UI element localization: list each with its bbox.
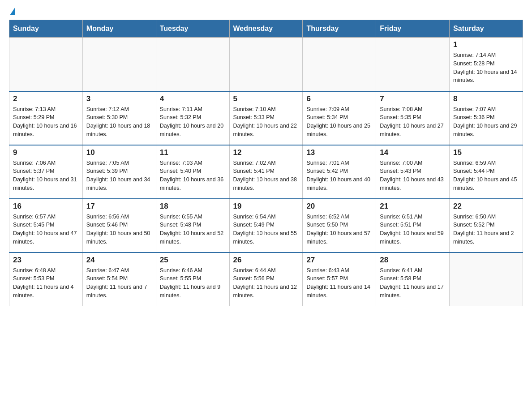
- calendar-cell: 16Sunrise: 6:57 AM Sunset: 5:45 PM Dayli…: [9, 199, 83, 253]
- calendar-table: SundayMondayTuesdayWednesdayThursdayFrid…: [9, 20, 523, 306]
- week-row-4: 16Sunrise: 6:57 AM Sunset: 5:45 PM Dayli…: [9, 199, 523, 253]
- weekday-header-monday: Monday: [82, 20, 156, 38]
- day-info: Sunrise: 7:02 AM Sunset: 5:41 PM Dayligh…: [233, 159, 299, 193]
- day-number: 9: [13, 148, 79, 157]
- calendar-cell: 5Sunrise: 7:10 AM Sunset: 5:33 PM Daylig…: [229, 91, 303, 145]
- day-info: Sunrise: 6:47 AM Sunset: 5:54 PM Dayligh…: [86, 266, 152, 300]
- day-info: Sunrise: 6:51 AM Sunset: 5:51 PM Dayligh…: [380, 213, 446, 246]
- calendar-cell: 25Sunrise: 6:46 AM Sunset: 5:55 PM Dayli…: [156, 253, 229, 306]
- day-info: Sunrise: 7:08 AM Sunset: 5:35 PM Dayligh…: [380, 105, 446, 139]
- day-info: Sunrise: 7:10 AM Sunset: 5:33 PM Dayligh…: [233, 105, 299, 139]
- calendar-cell: 8Sunrise: 7:07 AM Sunset: 5:36 PM Daylig…: [450, 91, 523, 145]
- weekday-header-sunday: Sunday: [9, 20, 83, 38]
- week-row-3: 9Sunrise: 7:06 AM Sunset: 5:37 PM Daylig…: [9, 145, 523, 199]
- calendar-cell: [450, 253, 523, 306]
- day-info: Sunrise: 7:06 AM Sunset: 5:37 PM Dayligh…: [13, 159, 79, 193]
- day-info: Sunrise: 6:57 AM Sunset: 5:45 PM Dayligh…: [13, 213, 79, 246]
- weekday-header-saturday: Saturday: [450, 20, 523, 38]
- day-info: Sunrise: 7:03 AM Sunset: 5:40 PM Dayligh…: [160, 159, 226, 193]
- day-number: 8: [453, 94, 519, 103]
- day-info: Sunrise: 6:52 AM Sunset: 5:50 PM Dayligh…: [306, 213, 372, 246]
- calendar-cell: 3Sunrise: 7:12 AM Sunset: 5:30 PM Daylig…: [82, 91, 156, 145]
- calendar-cell: 21Sunrise: 6:51 AM Sunset: 5:51 PM Dayli…: [376, 199, 450, 253]
- day-number: 20: [306, 202, 372, 211]
- logo-triangle-icon: [10, 7, 15, 15]
- day-info: Sunrise: 6:54 AM Sunset: 5:49 PM Dayligh…: [233, 213, 299, 246]
- calendar-cell: 7Sunrise: 7:08 AM Sunset: 5:35 PM Daylig…: [376, 91, 450, 145]
- calendar-cell: 10Sunrise: 7:05 AM Sunset: 5:39 PM Dayli…: [82, 145, 156, 199]
- day-number: 28: [380, 256, 446, 265]
- calendar-cell: 2Sunrise: 7:13 AM Sunset: 5:29 PM Daylig…: [9, 91, 83, 145]
- week-row-2: 2Sunrise: 7:13 AM Sunset: 5:29 PM Daylig…: [9, 91, 523, 145]
- day-number: 7: [380, 94, 446, 103]
- calendar-cell: 26Sunrise: 6:44 AM Sunset: 5:56 PM Dayli…: [229, 253, 303, 306]
- day-number: 23: [13, 256, 79, 265]
- day-info: Sunrise: 6:41 AM Sunset: 5:58 PM Dayligh…: [380, 266, 446, 300]
- calendar-cell: 4Sunrise: 7:11 AM Sunset: 5:32 PM Daylig…: [156, 91, 229, 145]
- day-number: 19: [233, 202, 299, 211]
- weekday-header-wednesday: Wednesday: [229, 20, 303, 38]
- day-number: 5: [233, 94, 299, 103]
- day-number: 15: [453, 148, 519, 157]
- calendar-cell: 20Sunrise: 6:52 AM Sunset: 5:50 PM Dayli…: [303, 199, 376, 253]
- day-info: Sunrise: 6:44 AM Sunset: 5:56 PM Dayligh…: [233, 266, 299, 300]
- day-info: Sunrise: 7:09 AM Sunset: 5:34 PM Dayligh…: [306, 105, 372, 139]
- day-number: 22: [453, 202, 519, 211]
- day-info: Sunrise: 7:05 AM Sunset: 5:39 PM Dayligh…: [86, 159, 152, 193]
- calendar-cell: 27Sunrise: 6:43 AM Sunset: 5:57 PM Dayli…: [303, 253, 376, 306]
- day-info: Sunrise: 7:14 AM Sunset: 5:28 PM Dayligh…: [453, 51, 519, 85]
- day-number: 14: [380, 148, 446, 157]
- calendar-cell: [229, 38, 303, 91]
- day-number: 10: [86, 148, 152, 157]
- week-row-1: 1Sunrise: 7:14 AM Sunset: 5:28 PM Daylig…: [9, 38, 523, 91]
- day-number: 25: [160, 256, 226, 265]
- calendar-cell: [82, 38, 156, 91]
- day-info: Sunrise: 7:07 AM Sunset: 5:36 PM Dayligh…: [453, 105, 519, 139]
- day-info: Sunrise: 7:12 AM Sunset: 5:30 PM Dayligh…: [86, 105, 152, 139]
- day-info: Sunrise: 6:55 AM Sunset: 5:48 PM Dayligh…: [160, 213, 226, 246]
- week-row-5: 23Sunrise: 6:48 AM Sunset: 5:53 PM Dayli…: [9, 253, 523, 306]
- day-number: 17: [86, 202, 152, 211]
- day-info: Sunrise: 6:59 AM Sunset: 5:44 PM Dayligh…: [453, 159, 519, 193]
- calendar-cell: 18Sunrise: 6:55 AM Sunset: 5:48 PM Dayli…: [156, 199, 229, 253]
- day-number: 2: [13, 94, 79, 103]
- logo: [9, 9, 15, 15]
- day-number: 27: [306, 256, 372, 265]
- day-number: 6: [306, 94, 372, 103]
- day-number: 12: [233, 148, 299, 157]
- calendar-header-row: SundayMondayTuesdayWednesdayThursdayFrid…: [9, 20, 523, 38]
- day-number: 1: [453, 40, 519, 49]
- day-info: Sunrise: 6:43 AM Sunset: 5:57 PM Dayligh…: [306, 266, 372, 300]
- day-info: Sunrise: 6:46 AM Sunset: 5:55 PM Dayligh…: [160, 266, 226, 300]
- calendar-cell: 1Sunrise: 7:14 AM Sunset: 5:28 PM Daylig…: [450, 38, 523, 91]
- calendar-cell: 28Sunrise: 6:41 AM Sunset: 5:58 PM Dayli…: [376, 253, 450, 306]
- day-number: 16: [13, 202, 79, 211]
- day-info: Sunrise: 7:01 AM Sunset: 5:42 PM Dayligh…: [306, 159, 372, 193]
- weekday-header-thursday: Thursday: [303, 20, 376, 38]
- calendar-cell: 13Sunrise: 7:01 AM Sunset: 5:42 PM Dayli…: [303, 145, 376, 199]
- day-number: 24: [86, 256, 152, 265]
- calendar-cell: 24Sunrise: 6:47 AM Sunset: 5:54 PM Dayli…: [82, 253, 156, 306]
- weekday-header-tuesday: Tuesday: [156, 20, 229, 38]
- day-number: 4: [160, 94, 226, 103]
- calendar-cell: [9, 38, 83, 91]
- calendar-cell: [156, 38, 229, 91]
- calendar-cell: 9Sunrise: 7:06 AM Sunset: 5:37 PM Daylig…: [9, 145, 83, 199]
- day-number: 21: [380, 202, 446, 211]
- calendar-cell: [376, 38, 450, 91]
- day-info: Sunrise: 6:56 AM Sunset: 5:46 PM Dayligh…: [86, 213, 152, 246]
- day-number: 13: [306, 148, 372, 157]
- day-info: Sunrise: 7:13 AM Sunset: 5:29 PM Dayligh…: [13, 105, 79, 139]
- day-number: 18: [160, 202, 226, 211]
- calendar-cell: 19Sunrise: 6:54 AM Sunset: 5:49 PM Dayli…: [229, 199, 303, 253]
- calendar-cell: 17Sunrise: 6:56 AM Sunset: 5:46 PM Dayli…: [82, 199, 156, 253]
- calendar-cell: 14Sunrise: 7:00 AM Sunset: 5:43 PM Dayli…: [376, 145, 450, 199]
- day-info: Sunrise: 6:48 AM Sunset: 5:53 PM Dayligh…: [13, 266, 79, 300]
- weekday-header-friday: Friday: [376, 20, 450, 38]
- calendar-cell: 12Sunrise: 7:02 AM Sunset: 5:41 PM Dayli…: [229, 145, 303, 199]
- calendar-cell: 22Sunrise: 6:50 AM Sunset: 5:52 PM Dayli…: [450, 199, 523, 253]
- calendar-cell: 23Sunrise: 6:48 AM Sunset: 5:53 PM Dayli…: [9, 253, 83, 306]
- calendar-cell: 6Sunrise: 7:09 AM Sunset: 5:34 PM Daylig…: [303, 91, 376, 145]
- calendar-cell: 11Sunrise: 7:03 AM Sunset: 5:40 PM Dayli…: [156, 145, 229, 199]
- day-info: Sunrise: 6:50 AM Sunset: 5:52 PM Dayligh…: [453, 213, 519, 246]
